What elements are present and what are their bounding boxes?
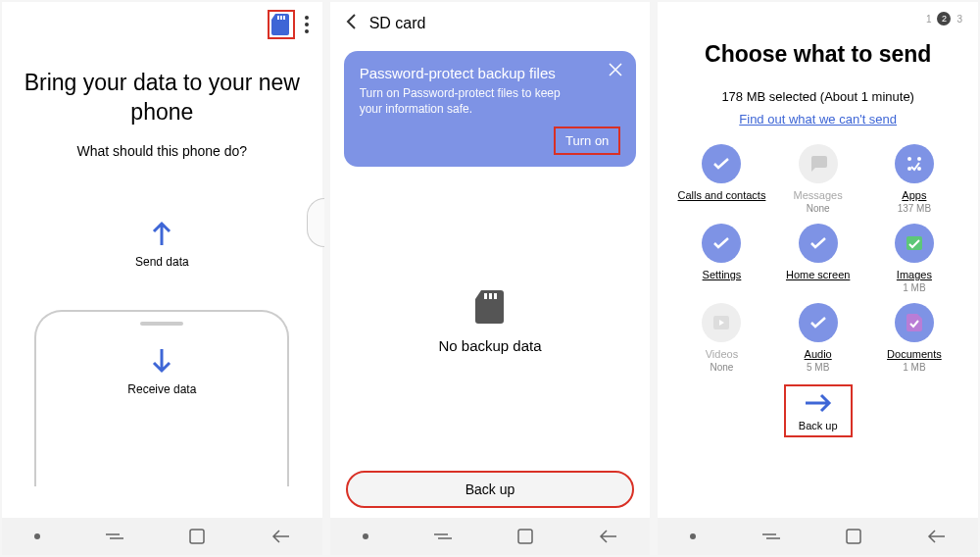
tooltip-description: Turn on Password-protect files to keep y…	[360, 85, 575, 117]
svg-point-13	[907, 157, 911, 161]
svg-rect-2	[283, 16, 285, 20]
page-title: Bring your data to your new phone	[18, 69, 307, 127]
svg-rect-17	[906, 236, 922, 250]
nav-back-icon[interactable]	[598, 529, 617, 544]
svg-rect-8	[484, 293, 487, 299]
step-indicator: 1 2 3	[658, 2, 978, 25]
close-icon[interactable]	[609, 63, 622, 80]
header-title: SD card	[369, 15, 426, 32]
nav-dot-icon	[363, 533, 368, 539]
page-subtitle: What should this phone do?	[2, 143, 322, 159]
receive-data-button[interactable]: Receive data	[127, 345, 196, 396]
svg-point-11	[363, 533, 368, 539]
nav-dot-icon	[690, 533, 696, 539]
svg-rect-7	[190, 530, 204, 543]
svg-point-3	[305, 16, 309, 20]
phone-illustration: Receive data	[34, 310, 289, 486]
screen-sd-card: SD card Password-protect backup files Tu…	[330, 2, 651, 555]
check-icon	[702, 224, 741, 263]
step-1: 1	[926, 14, 932, 25]
svg-point-4	[305, 23, 309, 26]
nav-back-icon[interactable]	[270, 529, 290, 544]
svg-point-6	[34, 533, 40, 539]
sd-card-icon[interactable]	[268, 10, 295, 39]
item-audio[interactable]: Audio 5 MB	[772, 303, 864, 373]
selection-summary: 178 MB selected (About 1 minute)	[658, 89, 978, 104]
svg-rect-12	[518, 530, 532, 543]
cant-send-link[interactable]: Find out what we can't send	[658, 112, 978, 127]
content-grid: Calls and contacts Messages None Apps 13…	[658, 127, 978, 373]
svg-rect-10	[494, 293, 497, 299]
send-data-label: Send data	[135, 255, 189, 269]
svg-rect-1	[280, 16, 282, 20]
nav-home-icon[interactable]	[517, 529, 533, 544]
nav-recents-icon[interactable]	[105, 530, 124, 543]
check-icon	[799, 224, 838, 263]
receive-data-label: Receive data	[127, 382, 196, 396]
backup-button[interactable]: Back up	[784, 384, 853, 437]
svg-rect-9	[489, 293, 492, 299]
nav-bar	[330, 518, 651, 555]
svg-point-14	[917, 157, 921, 161]
sd-card-large-icon	[475, 290, 505, 328]
password-protect-tooltip: Password-protect backup files Turn on Pa…	[344, 51, 637, 167]
nav-home-icon[interactable]	[846, 529, 861, 544]
apps-icon	[895, 144, 934, 183]
item-apps[interactable]: Apps 137 MB	[868, 144, 960, 214]
nav-recents-icon[interactable]	[761, 530, 781, 543]
item-messages[interactable]: Messages None	[772, 144, 864, 214]
svg-rect-0	[277, 16, 279, 20]
item-calls-contacts[interactable]: Calls and contacts	[675, 144, 767, 214]
screen-transfer-welcome: Bring your data to your new phone What s…	[2, 2, 322, 555]
svg-point-16	[917, 167, 921, 171]
images-icon	[895, 224, 934, 263]
svg-rect-20	[847, 530, 860, 543]
video-icon	[702, 303, 741, 342]
item-videos[interactable]: Videos None	[675, 303, 767, 373]
nav-back-icon[interactable]	[926, 529, 946, 544]
step-2: 2	[937, 12, 951, 25]
item-images[interactable]: Images 1 MB	[868, 224, 960, 293]
backup-button[interactable]: Back up	[346, 471, 635, 508]
backup-label: Back up	[790, 420, 847, 431]
item-home-screen[interactable]: Home screen	[772, 224, 864, 293]
item-documents[interactable]: Documents 1 MB	[868, 303, 960, 373]
screen-choose-content: 1 2 3 Choose what to send 178 MB selecte…	[658, 2, 978, 555]
no-backup-text: No backup data	[438, 337, 541, 354]
message-icon	[799, 144, 838, 183]
turn-on-button[interactable]: Turn on	[554, 127, 620, 155]
nav-dot-icon	[34, 533, 40, 539]
check-icon	[799, 303, 838, 342]
tooltip-title: Password-protect backup files	[360, 65, 621, 81]
page-title: Choose what to send	[669, 41, 966, 68]
doc-icon	[895, 303, 934, 342]
nav-home-icon[interactable]	[189, 529, 205, 544]
nav-bar	[658, 518, 978, 555]
send-data-button[interactable]: Send data	[135, 218, 189, 269]
step-3: 3	[956, 14, 962, 25]
back-icon[interactable]	[346, 14, 356, 33]
more-icon[interactable]	[301, 10, 313, 39]
nav-recents-icon[interactable]	[433, 530, 453, 543]
svg-point-5	[305, 29, 309, 33]
nav-bar	[2, 518, 322, 555]
svg-point-19	[690, 533, 696, 539]
item-settings[interactable]: Settings	[675, 224, 767, 293]
check-icon	[702, 144, 741, 183]
